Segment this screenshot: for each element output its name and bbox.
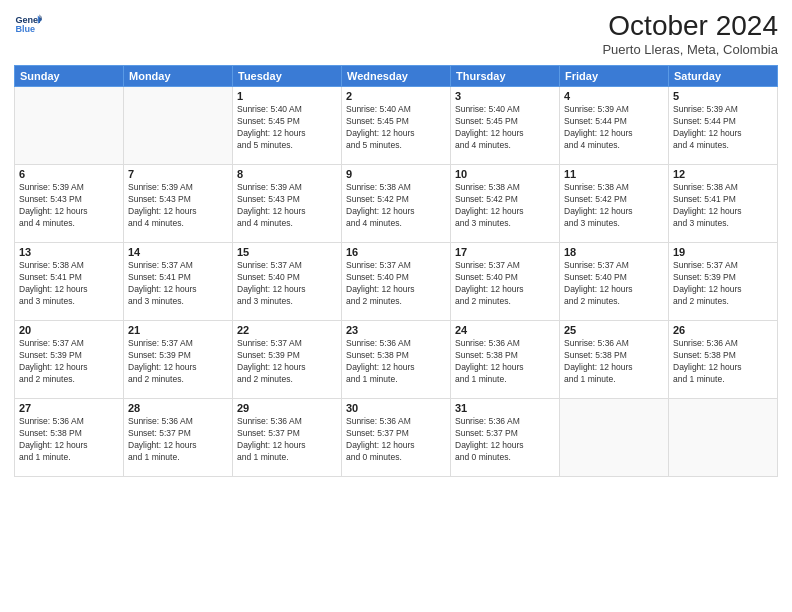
day-cell: 20Sunrise: 5:37 AM Sunset: 5:39 PM Dayli… <box>15 321 124 399</box>
day-info: Sunrise: 5:36 AM Sunset: 5:38 PM Dayligh… <box>455 338 555 386</box>
weekday-wednesday: Wednesday <box>342 66 451 87</box>
day-cell: 4Sunrise: 5:39 AM Sunset: 5:44 PM Daylig… <box>560 87 669 165</box>
day-number: 30 <box>346 402 446 414</box>
day-cell: 29Sunrise: 5:36 AM Sunset: 5:37 PM Dayli… <box>233 399 342 477</box>
logo-icon: General Blue <box>14 10 42 38</box>
calendar-table: SundayMondayTuesdayWednesdayThursdayFrid… <box>14 65 778 477</box>
day-info: Sunrise: 5:40 AM Sunset: 5:45 PM Dayligh… <box>346 104 446 152</box>
weekday-monday: Monday <box>124 66 233 87</box>
week-row-2: 6Sunrise: 5:39 AM Sunset: 5:43 PM Daylig… <box>15 165 778 243</box>
day-cell: 3Sunrise: 5:40 AM Sunset: 5:45 PM Daylig… <box>451 87 560 165</box>
day-info: Sunrise: 5:37 AM Sunset: 5:39 PM Dayligh… <box>237 338 337 386</box>
day-info: Sunrise: 5:40 AM Sunset: 5:45 PM Dayligh… <box>237 104 337 152</box>
day-cell: 2Sunrise: 5:40 AM Sunset: 5:45 PM Daylig… <box>342 87 451 165</box>
week-row-5: 27Sunrise: 5:36 AM Sunset: 5:38 PM Dayli… <box>15 399 778 477</box>
day-number: 8 <box>237 168 337 180</box>
day-cell: 15Sunrise: 5:37 AM Sunset: 5:40 PM Dayli… <box>233 243 342 321</box>
day-number: 31 <box>455 402 555 414</box>
day-cell: 13Sunrise: 5:38 AM Sunset: 5:41 PM Dayli… <box>15 243 124 321</box>
day-cell: 21Sunrise: 5:37 AM Sunset: 5:39 PM Dayli… <box>124 321 233 399</box>
day-cell <box>124 87 233 165</box>
day-cell: 30Sunrise: 5:36 AM Sunset: 5:37 PM Dayli… <box>342 399 451 477</box>
day-number: 10 <box>455 168 555 180</box>
day-info: Sunrise: 5:37 AM Sunset: 5:40 PM Dayligh… <box>237 260 337 308</box>
day-info: Sunrise: 5:36 AM Sunset: 5:37 PM Dayligh… <box>237 416 337 464</box>
day-number: 7 <box>128 168 228 180</box>
day-info: Sunrise: 5:37 AM Sunset: 5:39 PM Dayligh… <box>673 260 773 308</box>
day-number: 1 <box>237 90 337 102</box>
day-number: 4 <box>564 90 664 102</box>
day-number: 3 <box>455 90 555 102</box>
day-info: Sunrise: 5:36 AM Sunset: 5:38 PM Dayligh… <box>346 338 446 386</box>
day-cell: 17Sunrise: 5:37 AM Sunset: 5:40 PM Dayli… <box>451 243 560 321</box>
day-number: 18 <box>564 246 664 258</box>
day-number: 20 <box>19 324 119 336</box>
day-info: Sunrise: 5:37 AM Sunset: 5:40 PM Dayligh… <box>346 260 446 308</box>
day-number: 14 <box>128 246 228 258</box>
day-info: Sunrise: 5:39 AM Sunset: 5:43 PM Dayligh… <box>19 182 119 230</box>
day-cell: 31Sunrise: 5:36 AM Sunset: 5:37 PM Dayli… <box>451 399 560 477</box>
day-number: 12 <box>673 168 773 180</box>
day-cell: 8Sunrise: 5:39 AM Sunset: 5:43 PM Daylig… <box>233 165 342 243</box>
day-number: 2 <box>346 90 446 102</box>
weekday-header-row: SundayMondayTuesdayWednesdayThursdayFrid… <box>15 66 778 87</box>
day-info: Sunrise: 5:37 AM Sunset: 5:41 PM Dayligh… <box>128 260 228 308</box>
day-number: 6 <box>19 168 119 180</box>
day-cell: 10Sunrise: 5:38 AM Sunset: 5:42 PM Dayli… <box>451 165 560 243</box>
day-cell: 25Sunrise: 5:36 AM Sunset: 5:38 PM Dayli… <box>560 321 669 399</box>
day-cell <box>15 87 124 165</box>
day-number: 11 <box>564 168 664 180</box>
day-info: Sunrise: 5:39 AM Sunset: 5:43 PM Dayligh… <box>128 182 228 230</box>
day-info: Sunrise: 5:37 AM Sunset: 5:40 PM Dayligh… <box>564 260 664 308</box>
weekday-tuesday: Tuesday <box>233 66 342 87</box>
day-number: 15 <box>237 246 337 258</box>
day-number: 5 <box>673 90 773 102</box>
weekday-saturday: Saturday <box>669 66 778 87</box>
weekday-thursday: Thursday <box>451 66 560 87</box>
day-cell: 11Sunrise: 5:38 AM Sunset: 5:42 PM Dayli… <box>560 165 669 243</box>
day-info: Sunrise: 5:38 AM Sunset: 5:42 PM Dayligh… <box>346 182 446 230</box>
day-cell: 22Sunrise: 5:37 AM Sunset: 5:39 PM Dayli… <box>233 321 342 399</box>
title-block: October 2024 Puerto Lleras, Meta, Colomb… <box>602 10 778 57</box>
day-number: 24 <box>455 324 555 336</box>
week-row-1: 1Sunrise: 5:40 AM Sunset: 5:45 PM Daylig… <box>15 87 778 165</box>
day-number: 26 <box>673 324 773 336</box>
month-title: October 2024 <box>602 10 778 42</box>
day-info: Sunrise: 5:37 AM Sunset: 5:39 PM Dayligh… <box>19 338 119 386</box>
header: General Blue October 2024 Puerto Lleras,… <box>14 10 778 57</box>
week-row-3: 13Sunrise: 5:38 AM Sunset: 5:41 PM Dayli… <box>15 243 778 321</box>
day-number: 23 <box>346 324 446 336</box>
weekday-sunday: Sunday <box>15 66 124 87</box>
day-info: Sunrise: 5:36 AM Sunset: 5:38 PM Dayligh… <box>564 338 664 386</box>
day-cell: 1Sunrise: 5:40 AM Sunset: 5:45 PM Daylig… <box>233 87 342 165</box>
day-cell: 23Sunrise: 5:36 AM Sunset: 5:38 PM Dayli… <box>342 321 451 399</box>
day-cell: 19Sunrise: 5:37 AM Sunset: 5:39 PM Dayli… <box>669 243 778 321</box>
day-info: Sunrise: 5:36 AM Sunset: 5:37 PM Dayligh… <box>128 416 228 464</box>
page: General Blue October 2024 Puerto Lleras,… <box>0 0 792 612</box>
day-info: Sunrise: 5:39 AM Sunset: 5:43 PM Dayligh… <box>237 182 337 230</box>
day-info: Sunrise: 5:37 AM Sunset: 5:40 PM Dayligh… <box>455 260 555 308</box>
day-number: 13 <box>19 246 119 258</box>
location: Puerto Lleras, Meta, Colombia <box>602 42 778 57</box>
day-info: Sunrise: 5:38 AM Sunset: 5:41 PM Dayligh… <box>19 260 119 308</box>
weekday-friday: Friday <box>560 66 669 87</box>
day-cell: 6Sunrise: 5:39 AM Sunset: 5:43 PM Daylig… <box>15 165 124 243</box>
day-cell: 28Sunrise: 5:36 AM Sunset: 5:37 PM Dayli… <box>124 399 233 477</box>
day-info: Sunrise: 5:36 AM Sunset: 5:38 PM Dayligh… <box>19 416 119 464</box>
day-number: 29 <box>237 402 337 414</box>
day-cell: 26Sunrise: 5:36 AM Sunset: 5:38 PM Dayli… <box>669 321 778 399</box>
day-cell: 5Sunrise: 5:39 AM Sunset: 5:44 PM Daylig… <box>669 87 778 165</box>
day-number: 9 <box>346 168 446 180</box>
day-info: Sunrise: 5:36 AM Sunset: 5:37 PM Dayligh… <box>455 416 555 464</box>
day-number: 17 <box>455 246 555 258</box>
day-number: 19 <box>673 246 773 258</box>
day-number: 22 <box>237 324 337 336</box>
day-info: Sunrise: 5:39 AM Sunset: 5:44 PM Dayligh… <box>673 104 773 152</box>
day-cell <box>669 399 778 477</box>
day-number: 16 <box>346 246 446 258</box>
day-info: Sunrise: 5:36 AM Sunset: 5:38 PM Dayligh… <box>673 338 773 386</box>
day-cell: 24Sunrise: 5:36 AM Sunset: 5:38 PM Dayli… <box>451 321 560 399</box>
week-row-4: 20Sunrise: 5:37 AM Sunset: 5:39 PM Dayli… <box>15 321 778 399</box>
day-cell: 16Sunrise: 5:37 AM Sunset: 5:40 PM Dayli… <box>342 243 451 321</box>
day-info: Sunrise: 5:38 AM Sunset: 5:42 PM Dayligh… <box>455 182 555 230</box>
